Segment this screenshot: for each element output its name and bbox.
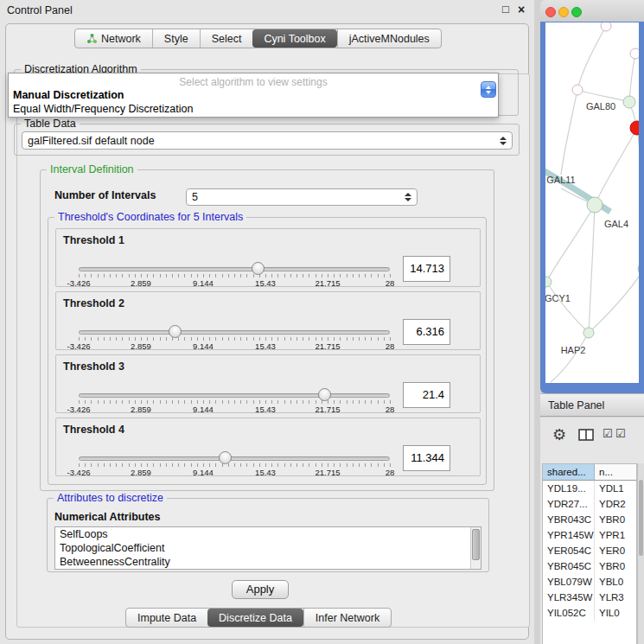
table-scrollbar[interactable] <box>637 463 644 644</box>
network-node-plain[interactable] <box>601 22 611 31</box>
tab-impute-data[interactable]: Impute Data <box>126 609 207 627</box>
dropdown-item-manual-discretization[interactable]: Manual Discretization <box>9 88 498 102</box>
table-cell[interactable]: YIL0 <box>595 605 636 621</box>
threshold-slider[interactable]: -3.4262.8599.14415.4321.71528 <box>73 323 399 349</box>
table-cell[interactable]: YLR345W <box>543 590 595 605</box>
tab-discretize-data[interactable]: Discretize Data <box>207 609 303 627</box>
slider-thumb[interactable] <box>169 325 182 338</box>
close-traffic-light[interactable] <box>545 7 556 17</box>
number-of-intervals-combobox[interactable]: 5 <box>186 188 418 206</box>
slider-thumb[interactable] <box>252 262 265 275</box>
table-cell[interactable]: YDL19... <box>543 481 595 496</box>
table-cell[interactable]: YBL079W <box>543 574 595 590</box>
table-cell[interactable]: YBR043C <box>543 512 595 527</box>
columns-icon[interactable] <box>578 429 594 444</box>
network-node-green[interactable] <box>623 96 635 108</box>
slider-track[interactable] <box>79 456 390 461</box>
table-row[interactable]: YBL079WYBL0 <box>543 574 636 590</box>
slider-track[interactable] <box>79 267 390 271</box>
table-cell[interactable]: YIL052C <box>543 605 595 621</box>
table-row[interactable]: YIL052CYIL0 <box>543 605 636 621</box>
slider-thumb[interactable] <box>219 451 232 464</box>
threshold-slider[interactable]: -3.4262.8599.14415.4321.71528 <box>73 386 399 412</box>
list-item-topologicalcoefficient[interactable]: TopologicalCoefficient <box>55 541 481 555</box>
table-cell[interactable]: YER054C <box>543 543 595 558</box>
column-header-shared[interactable]: shared... <box>543 464 595 480</box>
tab-label: Network <box>101 33 141 45</box>
network-edge[interactable] <box>546 205 595 282</box>
algorithm-combobox-arrow-button[interactable] <box>481 81 496 98</box>
list-scrollbar[interactable] <box>470 527 481 569</box>
table-row[interactable]: YBR045CYBR0 <box>543 558 636 574</box>
table-row[interactable]: YPR145WYPR1 <box>543 527 636 543</box>
table-row[interactable]: YLR345WYLR3 <box>543 590 636 605</box>
table-row[interactable]: YDL19...YDL1 <box>543 481 636 496</box>
network-edge[interactable] <box>595 128 637 205</box>
table-cell[interactable]: YDL1 <box>595 481 636 496</box>
table-cell[interactable]: YBR0 <box>595 512 636 527</box>
tab-network[interactable]: Network <box>75 29 152 48</box>
zoom-traffic-light[interactable] <box>571 7 582 17</box>
table-cell[interactable]: YPR1 <box>595 527 636 543</box>
table-cell[interactable]: YDR27... <box>543 496 595 512</box>
slider-thumb[interactable] <box>318 388 331 401</box>
intervals-selected-value: 5 <box>192 191 198 203</box>
network-canvas[interactable]: GAL80GAL11GAL4GCY1HAP2 <box>545 22 639 383</box>
tab-select[interactable]: Select <box>200 29 253 48</box>
column-header-n[interactable]: n... <box>595 464 636 480</box>
table-data-combobox[interactable]: galFiltered.sif default node <box>22 131 513 150</box>
threshold-value-field[interactable]: 6.316 <box>403 319 450 345</box>
tab-infer-network[interactable]: Infer Network <box>303 609 391 627</box>
apply-button[interactable]: Apply <box>232 580 289 599</box>
table-cell[interactable]: YBR0 <box>595 558 636 574</box>
table-row[interactable]: YER054CYER0 <box>543 543 636 558</box>
threshold-value-field[interactable]: 21.4 <box>403 382 450 408</box>
threshold-value-field[interactable]: 14.713 <box>403 256 450 282</box>
scrollbar-thumb[interactable] <box>639 480 643 556</box>
network-node-green[interactable] <box>638 263 639 275</box>
network-edge[interactable] <box>577 90 629 102</box>
threshold-slider[interactable]: -3.4262.8599.14415.4321.71528 <box>73 260 399 286</box>
table-panel-header: Table Panel <box>540 393 644 417</box>
scrollbar-thumb[interactable] <box>472 529 480 560</box>
network-node-green[interactable] <box>583 328 594 338</box>
network-edge[interactable] <box>589 269 639 333</box>
list-item-betweennesscentrality[interactable]: BetweennessCentrality <box>55 555 481 569</box>
table-row[interactable]: YBR043CYBR0 <box>543 512 636 527</box>
network-edge[interactable] <box>577 26 606 90</box>
table-cell[interactable]: YBR045C <box>543 558 595 574</box>
network-node-plain[interactable] <box>630 48 639 59</box>
gear-icon[interactable]: ⚙ <box>552 425 566 444</box>
threshold-value-field[interactable]: 11.344 <box>403 445 450 471</box>
threshold-slider[interactable]: -3.4262.8599.14415.4321.71528 <box>73 450 399 475</box>
network-edge[interactable] <box>561 90 577 175</box>
float-window-icon[interactable]: □ <box>499 3 513 16</box>
dropdown-item-equal-width-frequency[interactable]: Equal Width/Frequency Discretization <box>9 102 498 116</box>
network-edge[interactable] <box>551 333 589 382</box>
table-cell[interactable]: YBL0 <box>595 574 636 590</box>
tab-cyni-toolbox[interactable]: Cyni Toolbox <box>252 29 336 48</box>
list-item-selfloops[interactable]: SelfLoops <box>55 527 481 541</box>
network-node-red[interactable] <box>630 121 639 135</box>
network-node-green[interactable] <box>545 277 552 287</box>
table-cell[interactable]: YLR3 <box>595 590 636 605</box>
slider-track[interactable] <box>79 393 390 398</box>
network-edge[interactable] <box>629 54 635 102</box>
checkbox-icon[interactable]: ☑ <box>615 427 626 440</box>
numerical-attributes-list[interactable]: SelfLoopsTopologicalCoefficientBetweenne… <box>54 526 481 570</box>
tab-style[interactable]: Style <box>152 29 200 48</box>
minimize-traffic-light[interactable] <box>558 7 569 17</box>
network-node-plain[interactable] <box>572 85 583 95</box>
checkbox-icon[interactable]: ☑ <box>603 427 613 440</box>
table-cell[interactable]: YPR145W <box>543 527 595 543</box>
network-edge[interactable] <box>546 282 589 333</box>
network-node-green[interactable] <box>587 197 603 213</box>
table-cell[interactable]: YDR2 <box>595 496 636 512</box>
close-icon[interactable]: × <box>514 3 528 16</box>
table-cell[interactable]: YER0 <box>595 543 636 558</box>
tab-jactivemnodules[interactable]: jActiveMNodules <box>337 29 441 48</box>
table-row[interactable]: YDR27...YDR2 <box>543 496 636 512</box>
slider-track[interactable] <box>79 330 390 335</box>
network-edge[interactable] <box>637 128 639 269</box>
network-edge[interactable] <box>589 205 595 333</box>
